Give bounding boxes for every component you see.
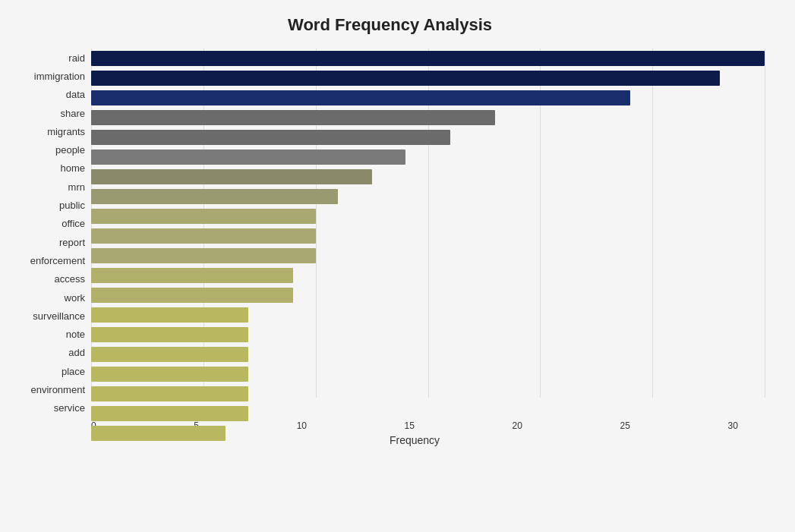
y-label: migrants (47, 122, 85, 140)
bar-row (91, 305, 765, 325)
bar-row (91, 88, 765, 108)
bar-row (91, 147, 765, 167)
bar (91, 288, 293, 303)
bar (91, 189, 338, 204)
bar (91, 169, 372, 184)
y-axis: raidimmigrationdatasharemigrantspeopleho… (15, 49, 91, 417)
bar-row (91, 266, 765, 285)
bar-row (91, 127, 765, 147)
y-label: access (55, 270, 85, 288)
bar-row (91, 384, 765, 404)
bar-row (91, 49, 765, 68)
bar-row (91, 364, 765, 384)
bar-row (91, 206, 765, 226)
bar-row (91, 404, 765, 423)
y-label: public (59, 196, 85, 214)
chart-title: Word Frequency Analysis (15, 15, 765, 35)
bar (91, 327, 248, 342)
y-label: home (60, 159, 85, 178)
bar-row (91, 167, 765, 187)
y-label: work (65, 288, 85, 307)
y-label: place (62, 362, 85, 380)
bar-row (91, 187, 765, 206)
bar (91, 71, 720, 86)
bar-row (91, 423, 765, 443)
y-label: note (66, 325, 85, 343)
bar (91, 386, 248, 401)
y-label: add (68, 344, 85, 362)
y-label: immigration (34, 67, 85, 85)
bar-row (91, 285, 765, 305)
grid-line (765, 49, 765, 398)
bar (91, 130, 450, 145)
bar-row (91, 325, 765, 345)
bar (91, 150, 405, 165)
y-label: mrn (68, 178, 85, 196)
bar (91, 347, 248, 362)
y-label: report (59, 233, 85, 251)
chart-container: Word Frequency Analysis raidimmigrationd… (0, 0, 795, 532)
bar (91, 110, 495, 125)
y-label: surveillance (33, 307, 85, 325)
bar-row (91, 68, 765, 88)
bar-row (91, 226, 765, 246)
y-label: service (54, 399, 85, 417)
y-label: office (62, 215, 85, 233)
bar-row (91, 345, 765, 364)
bar (91, 367, 248, 382)
y-label: share (60, 104, 85, 122)
y-label: raid (68, 49, 85, 67)
bar (91, 248, 316, 263)
y-label: enforcement (30, 251, 85, 269)
bars-and-grid (91, 49, 765, 417)
bar (91, 90, 630, 105)
bar (91, 209, 316, 224)
y-label: environment (30, 380, 85, 398)
bar (91, 51, 765, 66)
bar-row (91, 246, 765, 266)
y-label: people (55, 140, 85, 159)
bar (91, 268, 293, 283)
bar-row (91, 108, 765, 127)
bar (91, 406, 248, 421)
bar (91, 426, 226, 441)
bar (91, 307, 248, 323)
bar (91, 228, 316, 244)
bars-wrapper (91, 49, 765, 443)
y-label: data (66, 86, 85, 104)
